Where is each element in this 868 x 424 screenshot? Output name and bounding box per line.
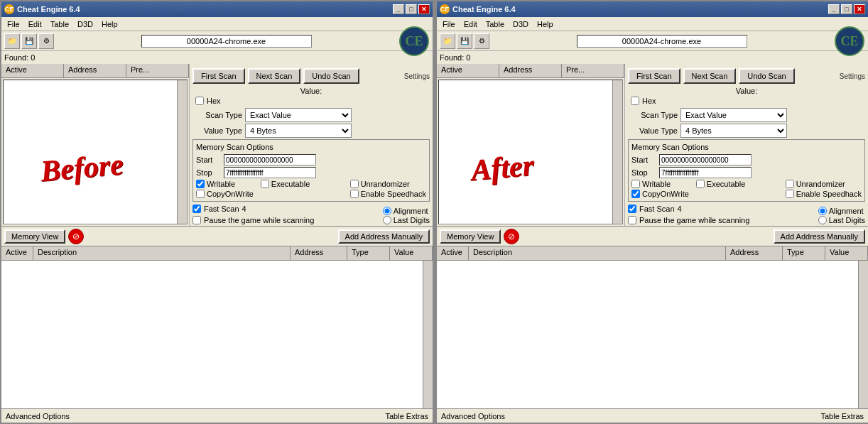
svg-text:CE: CE <box>840 34 858 48</box>
mem-start-input-after[interactable] <box>659 154 752 165</box>
pause-row-after: Pause the game while scanning <box>628 216 749 224</box>
menu-table-before[interactable]: Table <box>46 18 73 30</box>
menu-help-after[interactable]: Help <box>533 18 558 30</box>
settings-btn-before[interactable]: ⚙ <box>38 33 54 49</box>
list-scrollbar-after[interactable] <box>612 80 622 224</box>
pause-check-before[interactable] <box>192 216 201 224</box>
hex-row-before: Hex <box>192 97 430 105</box>
mem-stop-input-after[interactable] <box>659 167 752 178</box>
bottom-content-before[interactable] <box>1 261 433 408</box>
next-scan-btn-before[interactable]: Next Scan <box>248 68 301 84</box>
minimize-btn-after[interactable]: _ <box>828 4 840 14</box>
memory-view-btn-before[interactable]: Memory View <box>4 229 65 244</box>
list-header-after: Active Address Pre... <box>437 64 624 78</box>
close-btn-after[interactable]: ✕ <box>854 4 865 14</box>
title-bar-after: CE Cheat Engine 6.4 _ □ ✕ <box>437 1 868 17</box>
maximize-btn-before[interactable]: □ <box>406 4 417 14</box>
alignment-radio-input-before[interactable] <box>383 207 391 215</box>
unrandomizer-checkbox-after[interactable] <box>786 180 794 188</box>
save-btn-before[interactable]: 💾 <box>21 33 37 49</box>
status-bar-before: Advanced Options Table Extras <box>1 408 433 423</box>
address-list-before: Active Address Pre... Before <box>1 64 190 226</box>
writable-checkbox-before[interactable] <box>196 180 205 188</box>
writable-checkbox-after[interactable] <box>631 180 640 188</box>
bottom-content-after[interactable] <box>437 261 868 408</box>
fast-scan-check-before[interactable] <box>192 205 201 213</box>
next-scan-btn-after[interactable]: Next Scan <box>683 68 737 84</box>
bottom-list-header-after: Active Description Address Type Value <box>437 246 868 261</box>
hex-checkbox-before[interactable] <box>195 97 204 105</box>
speedhack-checkbox-before[interactable] <box>350 190 359 198</box>
status-left-before[interactable]: Advanced Options <box>6 412 70 420</box>
menu-d3d-before[interactable]: D3D <box>73 18 97 30</box>
menubar-before: File Edit Table D3D Help <box>1 17 433 31</box>
mem-scan-after: Memory Scan Options Start Stop <box>628 139 865 202</box>
copyonwrite-checkbox-before[interactable] <box>196 190 205 198</box>
pause-label-after: Pause the game while scanning <box>639 216 749 224</box>
open-btn-before[interactable]: 📁 <box>4 33 20 49</box>
address-list-content-after[interactable] <box>438 80 623 224</box>
first-scan-btn-before[interactable]: First Scan <box>192 68 245 84</box>
no-btn-before[interactable]: ⊘ <box>68 229 84 244</box>
pause-check-after[interactable] <box>628 216 636 224</box>
bottom-scrollbar-after[interactable] <box>858 261 868 408</box>
hex-checkbox-after[interactable] <box>631 97 639 105</box>
menu-edit-after[interactable]: Edit <box>460 18 482 30</box>
maximize-btn-after[interactable]: □ <box>841 4 852 14</box>
process-input-after[interactable] <box>577 35 747 48</box>
add-address-btn-before[interactable]: Add Address Manually <box>338 229 430 244</box>
menu-edit-before[interactable]: Edit <box>24 18 46 30</box>
menu-file-before[interactable]: File <box>3 18 24 30</box>
window-controls-after[interactable]: _ □ ✕ <box>828 4 865 14</box>
undo-scan-btn-before[interactable]: Undo Scan <box>303 68 359 84</box>
copyonwrite-checkbox-after[interactable] <box>631 190 640 198</box>
process-input-before[interactable] <box>141 35 312 48</box>
menu-file-after[interactable]: File <box>438 18 460 30</box>
first-scan-btn-after[interactable]: First Scan <box>628 68 680 84</box>
value-type-select-after[interactable]: 4 Bytes 1 Byte <box>680 124 787 138</box>
lastdigits-radio-input-before[interactable] <box>383 216 391 224</box>
status-right-after[interactable]: Table Extras <box>820 412 864 420</box>
unrandomizer-checkbox-before[interactable] <box>350 180 359 188</box>
address-list-content-before[interactable] <box>3 80 188 224</box>
memory-view-btn-after[interactable]: Memory View <box>440 229 501 244</box>
open-btn-after[interactable]: 📁 <box>440 33 455 49</box>
status-right-before[interactable]: Table Extras <box>385 412 428 420</box>
lastdigits-radio-input-after[interactable] <box>818 216 827 224</box>
btcol-addr-before: Address <box>291 246 347 260</box>
menu-d3d-after[interactable]: D3D <box>509 18 533 30</box>
fast-scan-check-after[interactable] <box>628 205 636 213</box>
settings-btn-after[interactable]: ⚙ <box>474 33 489 49</box>
scan-type-select-after[interactable]: Exact Value Bigger than... <box>680 108 787 122</box>
scan-type-select-before[interactable]: Exact Value Bigger than... Smaller than.… <box>245 108 352 122</box>
found-bar-after: Found: 0 <box>437 51 868 64</box>
status-left-after[interactable]: Advanced Options <box>441 412 505 420</box>
mem-stop-label-before: Stop <box>196 168 221 177</box>
list-scrollbar-before[interactable] <box>177 80 187 224</box>
window-controls-before[interactable]: _ □ ✕ <box>393 4 430 14</box>
no-btn-after[interactable]: ⊘ <box>504 229 519 244</box>
col-value-after: Address <box>499 64 562 77</box>
executable-option-after: Executable <box>696 180 745 188</box>
value-type-select-before[interactable]: 4 Bytes 1 Byte 2 Bytes <box>245 124 352 138</box>
mem-stop-label-after: Stop <box>631 168 656 177</box>
bottom-scrollbar-before[interactable] <box>423 261 433 408</box>
minimize-btn-before[interactable]: _ <box>393 4 404 14</box>
add-address-btn-after[interactable]: Add Address Manually <box>774 229 865 244</box>
menu-help-before[interactable]: Help <box>97 18 122 30</box>
close-btn-before[interactable]: ✕ <box>418 4 430 14</box>
mem-start-row-after: Start <box>631 154 862 165</box>
alignment-radio-after: Alignment <box>818 207 865 215</box>
mem-stop-input-before[interactable] <box>224 167 316 178</box>
save-btn-after[interactable]: 💾 <box>457 33 472 49</box>
undo-scan-btn-after[interactable]: Undo Scan <box>739 68 794 84</box>
col-address-after: Active <box>437 64 499 77</box>
alignment-radio-input-after[interactable] <box>818 207 827 215</box>
executable-checkbox-after[interactable] <box>696 180 705 188</box>
menu-table-after[interactable]: Table <box>482 18 509 30</box>
btcol-type-after: Type <box>783 246 825 260</box>
value-label-before: Value: <box>192 87 430 95</box>
mem-start-input-before[interactable] <box>224 154 316 165</box>
speedhack-checkbox-after[interactable] <box>786 190 794 198</box>
executable-checkbox-before[interactable] <box>261 180 269 188</box>
